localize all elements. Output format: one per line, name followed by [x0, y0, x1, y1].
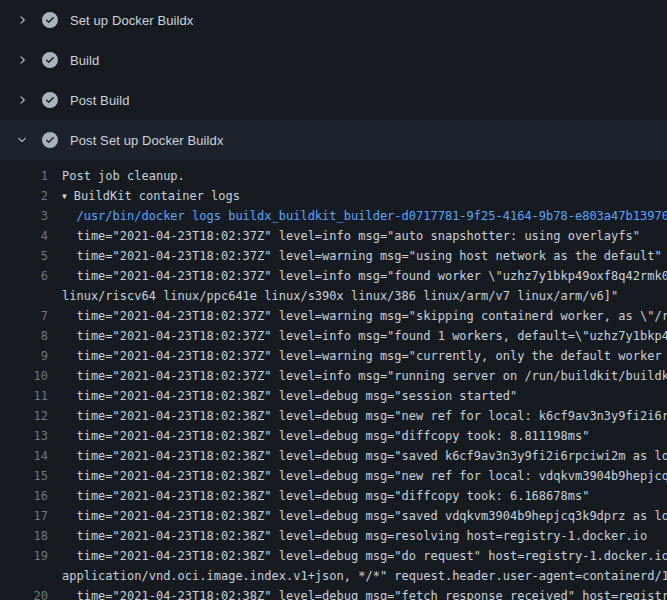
log-line-number [0, 566, 48, 586]
log-line: 5 time="2021-04-23T18:02:37Z" level=warn… [0, 246, 667, 266]
check-circle-icon [42, 92, 58, 108]
log-text: time="2021-04-23T18:02:37Z" level=info m… [48, 266, 667, 286]
log-line-number[interactable]: 14 [0, 446, 48, 466]
log-line-number[interactable]: 3 [0, 206, 48, 226]
log-line-number[interactable]: 12 [0, 406, 48, 426]
chevron-right-icon [14, 52, 30, 68]
log-line-number[interactable]: 5 [0, 246, 48, 266]
log-line: 17 time="2021-04-23T18:02:38Z" level=deb… [0, 506, 667, 526]
log-line: 9 time="2021-04-23T18:02:37Z" level=warn… [0, 346, 667, 366]
log-line-number[interactable]: 20 [0, 586, 48, 600]
log-line-number[interactable]: 8 [0, 326, 48, 346]
workflow-log-panel: Set up Docker Buildx Build Post Build Po… [0, 0, 667, 600]
chevron-right-icon [14, 12, 30, 28]
log-text: linux/riscv64 linux/ppc641e linux/s390x … [48, 286, 667, 306]
log-line: 18 time="2021-04-23T18:02:38Z" level=deb… [0, 526, 667, 546]
step-label: Post Set up Docker Buildx [70, 133, 224, 148]
log-line: 6 time="2021-04-23T18:02:37Z" level=info… [0, 266, 667, 286]
log-line-number[interactable]: 9 [0, 346, 48, 366]
log-line-number[interactable]: 19 [0, 546, 48, 566]
log-line: 1Post job cleanup. [0, 166, 667, 186]
log-line: 12 time="2021-04-23T18:02:38Z" level=deb… [0, 406, 667, 426]
check-circle-icon [42, 12, 58, 28]
log-line: 13 time="2021-04-23T18:02:38Z" level=deb… [0, 426, 667, 446]
check-circle-icon [42, 52, 58, 68]
log-text: time="2021-04-23T18:02:38Z" level=debug … [48, 526, 667, 546]
log-line-number[interactable]: 17 [0, 506, 48, 526]
log-line-number[interactable]: 13 [0, 426, 48, 446]
log-line: 8 time="2021-04-23T18:02:37Z" level=info… [0, 326, 667, 346]
log-line: 4 time="2021-04-23T18:02:37Z" level=info… [0, 226, 667, 246]
log-text: time="2021-04-23T18:02:37Z" level=info m… [48, 366, 667, 386]
check-circle-icon [42, 132, 58, 148]
log-line-number[interactable]: 16 [0, 486, 48, 506]
log-line: 14 time="2021-04-23T18:02:38Z" level=deb… [0, 446, 667, 466]
log-text: time="2021-04-23T18:02:37Z" level=warnin… [48, 246, 667, 266]
step-label: Build [70, 53, 99, 68]
log-text: time="2021-04-23T18:02:38Z" level=debug … [48, 506, 667, 526]
log-text: ▼BuildKit container logs [48, 186, 667, 206]
log-line: 7 time="2021-04-23T18:02:37Z" level=warn… [0, 306, 667, 326]
log-text: time="2021-04-23T18:02:38Z" level=debug … [48, 386, 667, 406]
log-line-number[interactable]: 1 [0, 166, 48, 186]
step-header-post-build[interactable]: Post Build [0, 80, 667, 120]
log-line-number[interactable]: 10 [0, 366, 48, 386]
log-line-number[interactable]: 2 [0, 186, 48, 206]
log-line: 20 time="2021-04-23T18:02:38Z" level=deb… [0, 586, 667, 600]
log-line-number[interactable]: 6 [0, 266, 48, 286]
log-text: time="2021-04-23T18:02:38Z" level=debug … [48, 426, 667, 446]
log-line-number [0, 286, 48, 306]
step-label: Set up Docker Buildx [70, 13, 193, 28]
log-text: time="2021-04-23T18:02:38Z" level=debug … [48, 406, 667, 426]
chevron-down-icon [14, 132, 30, 148]
step-header-build[interactable]: Build [0, 40, 667, 80]
log-line-number[interactable]: 4 [0, 226, 48, 246]
group-toggle-icon[interactable]: ▼ [62, 187, 67, 206]
step-header-set-up-docker-buildx[interactable]: Set up Docker Buildx [0, 0, 667, 40]
log-line-number[interactable]: 15 [0, 466, 48, 486]
log-text: application/vnd.oci.image.index.v1+json,… [48, 566, 667, 586]
log-line: 3 /usr/bin/docker logs buildx_buildkit_b… [0, 206, 667, 226]
log-text: time="2021-04-23T18:02:37Z" level=info m… [48, 226, 667, 246]
log-text: time="2021-04-23T18:02:38Z" level=debug … [48, 446, 667, 466]
log-line: linux/riscv64 linux/ppc641e linux/s390x … [0, 286, 667, 306]
log-line-number[interactable]: 7 [0, 306, 48, 326]
step-header-post-set-up-docker-buildx[interactable]: Post Set up Docker Buildx [0, 120, 667, 160]
log-text: time="2021-04-23T18:02:38Z" level=debug … [48, 486, 667, 506]
step-label: Post Build [70, 93, 130, 108]
log-command-text: /usr/bin/docker logs buildx_buildkit_bui… [48, 206, 667, 226]
log-viewer: 1Post job cleanup.2▼BuildKit container l… [0, 160, 667, 600]
log-text: time="2021-04-23T18:02:37Z" level=warnin… [48, 306, 667, 326]
log-text: time="2021-04-23T18:02:37Z" level=warnin… [48, 346, 667, 366]
log-line-number[interactable]: 18 [0, 526, 48, 546]
log-text: time="2021-04-23T18:02:38Z" level=debug … [48, 546, 667, 566]
log-line: 16 time="2021-04-23T18:02:38Z" level=deb… [0, 486, 667, 506]
log-line: 15 time="2021-04-23T18:02:38Z" level=deb… [0, 466, 667, 486]
log-line: 2▼BuildKit container logs [0, 186, 667, 206]
log-line: 19 time="2021-04-23T18:02:38Z" level=deb… [0, 546, 667, 566]
log-line: 11 time="2021-04-23T18:02:38Z" level=deb… [0, 386, 667, 406]
log-line-number[interactable]: 11 [0, 386, 48, 406]
chevron-right-icon [14, 92, 30, 108]
log-text: time="2021-04-23T18:02:38Z" level=debug … [48, 586, 667, 600]
log-line: 10 time="2021-04-23T18:02:37Z" level=inf… [0, 366, 667, 386]
log-text: time="2021-04-23T18:02:38Z" level=debug … [48, 466, 667, 486]
log-text: Post job cleanup. [48, 166, 667, 186]
log-line: application/vnd.oci.image.index.v1+json,… [0, 566, 667, 586]
log-text: time="2021-04-23T18:02:37Z" level=info m… [48, 326, 667, 346]
